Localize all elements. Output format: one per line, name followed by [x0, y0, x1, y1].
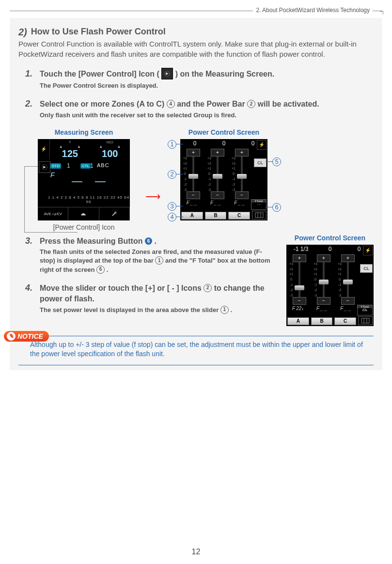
f-total-box: FTotal - - — [251, 199, 267, 210]
step-4-title: Move the slider or touch the [+] or [ - … — [40, 283, 277, 305]
power-control-screen: 0 0 0 ⚡ CL +3+2+10-1-2-3 + − — [180, 139, 267, 220]
grid-icon — [252, 211, 267, 219]
notice-label: NOTICE — [17, 332, 43, 340]
pc-icon-caption: [Power Control] Icon — [38, 223, 130, 231]
power-control-side-icon — [39, 161, 50, 173]
power-control-caption: Power Control Screen — [180, 128, 267, 136]
measuring-screen-block: Measuring Screen ⚡ T ▲▲ 125 — [38, 128, 130, 231]
zone-a: A — [287, 317, 309, 325]
minus-icon: − — [211, 191, 224, 199]
ctl-badge: CTL — [80, 163, 91, 169]
callout-3: 3 — [168, 202, 176, 211]
step-2-num: 2. — [25, 99, 35, 120]
callout-4: 4 — [168, 213, 176, 221]
cl-button: CL — [360, 264, 373, 273]
zone-b: B — [311, 317, 333, 325]
minus-icon: − — [317, 297, 330, 305]
one-b: 1 — [90, 162, 94, 169]
step-1-title: Touch the [Power Control] Icon ( ) on th… — [40, 69, 374, 80]
ave-cell: AVE /⊿EV — [38, 207, 68, 220]
power-control-caption-2: Power Control Screen — [286, 234, 374, 242]
plus-icon: + — [235, 149, 249, 157]
one-a: 1 — [67, 162, 70, 169]
plus-icon: + — [341, 254, 355, 262]
cl-button: CL — [254, 158, 267, 167]
scale-label: 1 1.4 2 2.8 4 5.6 8 11 16 22 32 45 64 90 — [47, 195, 130, 204]
section-title: How to Use Flash Power Control — [31, 27, 166, 37]
zone-c: C — [228, 212, 250, 219]
slider-a: +3+2+10-1-2-3 + − — [287, 254, 312, 305]
plus-icon: + — [211, 149, 224, 157]
ref-2-icon: 2 — [204, 284, 212, 292]
ref-6-icon: 6 — [96, 266, 105, 274]
pointer-line — [24, 232, 78, 233]
callout-5: 5 — [272, 157, 281, 166]
ref-2-icon: 2 — [247, 100, 255, 108]
step-2-title: Select one or more Zones (A to C) 4 and … — [40, 99, 374, 110]
bell-icon — [68, 207, 99, 220]
page-number: 12 — [0, 548, 392, 556]
callout-6: 6 — [272, 203, 281, 212]
content-area: 2) How to Use Flash Power Control Power … — [10, 18, 382, 370]
grid-icon — [358, 316, 373, 325]
step-3: 3. Press the Measuring Button 6 . The fl… — [25, 236, 277, 274]
power-control-icon — [161, 68, 173, 79]
step-1-sub: The Power Control Screen is displayed. — [40, 81, 374, 90]
minus-icon: − — [341, 297, 355, 305]
minus-icon: − — [293, 297, 306, 305]
step-2: 2. Select one or more Zones (A to C) 4 a… — [25, 99, 374, 120]
f-label: F — [50, 171, 55, 179]
ref-1-icon: 1 — [155, 256, 163, 265]
std-badge: STD — [50, 163, 61, 169]
abc-label: ABC — [97, 162, 110, 168]
zone-a: A — [181, 212, 203, 219]
callout-2: 2 — [168, 170, 176, 179]
plus-icon: + — [317, 254, 330, 262]
pointer-line — [24, 166, 25, 232]
svg-rect-7 — [361, 318, 369, 323]
chapter-text: 2. About PocketWizard Wireless Technolog… — [253, 7, 373, 14]
plus-icon: + — [187, 149, 200, 157]
measuring-caption: Measuring Screen — [38, 128, 130, 136]
callout-1: 1 — [168, 140, 176, 149]
ref-4-icon: 4 — [167, 100, 175, 108]
measuring-screen: ⚡ T ▲▲ 125 ISO ▲▲ 100 — [38, 139, 130, 220]
bolt-icon: ⚡ — [257, 140, 267, 150]
pc2-val-b: 0 — [315, 246, 345, 254]
ref-1-icon: 1 — [220, 306, 229, 314]
bolt-icon: ⚡ — [363, 246, 373, 255]
notice-block: ✎ NOTICE Although up to +/- 3 step of va… — [18, 331, 374, 365]
step-3-num: 3. — [25, 236, 35, 274]
step-1: 1. Touch the [Power Control] Icon ( ) on… — [25, 69, 374, 90]
slider-b: +3+2+10-1-2-3 + − — [205, 149, 230, 199]
pencil-icon: ✎ — [7, 332, 16, 341]
minus-icon: − — [235, 191, 249, 199]
slider-c: +3+2+10-1-2-3 + − — [336, 254, 360, 305]
power-control-block-2: Power Control Screen -1 1/3 0 0 ⚡ CL +3+… — [286, 234, 374, 326]
arrow-right-icon: ⟶ — [145, 190, 161, 203]
step-4: 4. Move the slider or touch the [+] or [… — [25, 283, 277, 314]
slider-c: +3+2+10-1-2-3 + − — [230, 149, 254, 199]
notice-text: Although up to +/- 3 step of value (f st… — [18, 336, 374, 365]
slider-a: +3+2+10-1-2-3 + − — [181, 149, 205, 199]
step-4-sub: The set power level is displayed in the … — [40, 306, 277, 314]
t-value: 125 — [52, 149, 88, 158]
power-control-screen-2: -1 1/3 0 0 ⚡ CL +3+2+10-1-2-3 + − — [286, 245, 374, 326]
wrench-icon — [99, 207, 130, 220]
iso-value: 100 — [92, 149, 128, 158]
section-intro: Power Control Function is available with… — [18, 39, 374, 59]
f-dashes: — — — [72, 175, 110, 188]
zone-c: C — [334, 317, 356, 325]
f-total-box-2: FTotal 22₁ — [357, 305, 373, 315]
step-2-sub: Only flash unit with the receiver set to… — [40, 111, 374, 120]
step-3-title: Press the Measuring Button 6 . — [40, 236, 277, 247]
step-3-sub: The flash units of the selected Zones ar… — [40, 248, 277, 274]
step-4-num: 4. — [25, 283, 35, 314]
svg-marker-1 — [166, 72, 169, 75]
chapter-header: 2. About PocketWizard Wireless Technolog… — [10, 0, 382, 11]
meas-button-6-icon: 6 — [145, 237, 152, 245]
bolt-icon: ⚡ — [38, 139, 50, 159]
screens-row: Measuring Screen ⚡ T ▲▲ 125 — [38, 128, 374, 231]
step-1-num: 1. — [25, 69, 35, 90]
zone-b: B — [205, 212, 227, 219]
